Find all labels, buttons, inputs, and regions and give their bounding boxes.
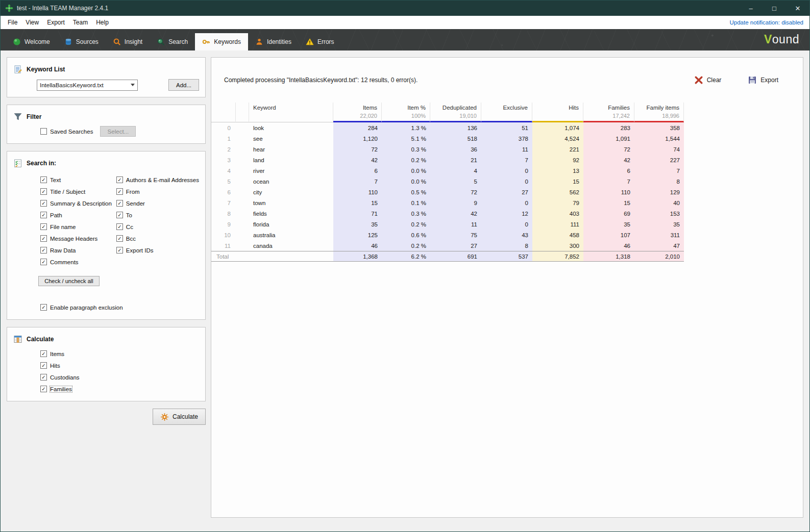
checkbox-bcc[interactable]: ✓Bcc — [116, 233, 199, 244]
table-row-land[interactable]: 3land420.2 %2179242227 — [211, 155, 684, 165]
checkbox-cc[interactable]: ✓Cc — [116, 221, 199, 233]
table-row-ocean[interactable]: 5ocean70.0 %501578 — [211, 176, 684, 187]
tab-errors[interactable]: Errors — [299, 33, 341, 50]
tab-sources[interactable]: Sources — [57, 33, 106, 50]
cell-exclusive: 378 — [481, 133, 532, 144]
checkbox-box[interactable]: ✓ — [40, 386, 47, 392]
checkbox-file-name[interactable]: ✓File name — [40, 221, 116, 233]
check-uncheck-all-button[interactable]: Check / uncheck all — [38, 276, 100, 286]
minimize-button[interactable]: – — [739, 1, 763, 16]
column-header-keyword[interactable]: Keyword — [249, 103, 333, 122]
checkbox-text[interactable]: ✓Text — [40, 174, 116, 186]
checkbox-saved-searches[interactable]: Saved Searches — [40, 125, 93, 137]
update-notification-link[interactable]: Update notification: disabled — [730, 19, 810, 26]
maximize-button[interactable]: □ — [763, 1, 786, 16]
tab-keywords[interactable]: Keywords — [195, 33, 248, 50]
checkbox-box[interactable]: ✓ — [116, 223, 123, 230]
checkbox-message-headers[interactable]: ✓Message Headers — [40, 233, 116, 244]
checkbox-box[interactable]: ✓ — [116, 200, 123, 207]
checkbox-box[interactable]: ✓ — [116, 188, 123, 195]
menu-file[interactable]: File — [4, 17, 21, 28]
checkbox-box[interactable]: ✓ — [40, 223, 47, 230]
column-header-items[interactable]: Items22,020 — [333, 103, 382, 122]
column-header-exclusive[interactable]: Exclusive — [481, 103, 532, 122]
checkbox-box[interactable]: ✓ — [116, 247, 123, 254]
menu-help[interactable]: Help — [92, 17, 113, 28]
checkbox-box[interactable]: ✓ — [40, 212, 47, 218]
cell-exclusive: 7 — [481, 155, 532, 165]
tab-insight[interactable]: Insight — [106, 33, 150, 50]
checkbox-hits[interactable]: ✓Hits — [40, 360, 199, 371]
select-button[interactable]: Select... — [100, 126, 136, 137]
column-header-deduplicated[interactable]: Deduplicated19,010 — [430, 103, 481, 122]
cell-families: 283 — [583, 122, 634, 133]
close-button[interactable]: ✕ — [786, 1, 809, 16]
row-index: 10 — [211, 230, 236, 240]
add-button[interactable]: Add... — [168, 79, 199, 91]
checkbox-custodians[interactable]: ✓Custodians — [40, 371, 199, 383]
row-index: 11 — [211, 240, 236, 251]
checkbox-sender[interactable]: ✓Sender — [116, 197, 199, 209]
checkbox-box[interactable]: ✓ — [40, 200, 47, 207]
checkbox-summary-description[interactable]: ✓Summary & Description — [40, 197, 116, 209]
menu-items: FileViewExportTeamHelp — [4, 17, 113, 28]
table-row-australia[interactable]: 10australia1250.6 %7543458107311 — [211, 230, 684, 240]
checkbox-box[interactable]: ✓ — [40, 362, 47, 369]
column-header-hits[interactable]: Hits — [532, 103, 583, 122]
table-row-city[interactable]: 6city1100.5 %7227562110129 — [211, 187, 684, 197]
checkbox-box[interactable]: ✓ — [40, 304, 47, 311]
sources-icon — [64, 38, 72, 46]
table-row-river[interactable]: 4river60.0 %401367 — [211, 165, 684, 176]
tab-search[interactable]: Search — [150, 33, 195, 50]
search-in-header: Search in: — [13, 158, 199, 169]
checkbox-path[interactable]: ✓Path — [40, 209, 116, 221]
tab-identities[interactable]: Identities — [248, 33, 299, 50]
table-row-fields[interactable]: 8fields710.3 %421240369153 — [211, 208, 684, 219]
table-row-hear[interactable]: 2hear720.3 %36112217274 — [211, 144, 684, 155]
checkbox-enable-paragraph-exclusion[interactable]: ✓Enable paragraph exclusion — [40, 301, 199, 313]
checkbox-box[interactable]: ✓ — [40, 259, 47, 265]
checkbox-items[interactable]: ✓Items — [40, 348, 199, 360]
menu-team[interactable]: Team — [69, 17, 92, 28]
checkbox-box[interactable]: ✓ — [116, 176, 123, 183]
cell-keyword: look — [249, 122, 333, 133]
checkbox-families[interactable]: ✓Families — [40, 383, 199, 395]
cell-items: 1,120 — [333, 133, 382, 144]
checkbox-box[interactable]: ✓ — [40, 374, 47, 381]
column-header-families[interactable]: Families17,242 — [583, 103, 634, 122]
table-row-town[interactable]: 7town150.1 %90791540 — [211, 197, 684, 208]
menu-view[interactable]: View — [21, 17, 43, 28]
checkbox-box[interactable]: ✓ — [40, 188, 47, 195]
checkbox-box[interactable]: ✓ — [40, 235, 47, 242]
checkbox-title-subject[interactable]: ✓Title / Subject — [40, 186, 116, 197]
checkbox-box[interactable] — [40, 128, 47, 135]
calculate-button[interactable]: Calculate — [153, 409, 206, 425]
table-row-canada[interactable]: 11canada460.2 %2783004647 — [211, 240, 684, 251]
keyword-file-select[interactable]: IntellaBasicsKeyword.txt — [37, 80, 138, 91]
table-row-look[interactable]: 0look2841.3 %136511,074283358 — [211, 122, 684, 133]
tab-welcome[interactable]: Welcome — [6, 33, 57, 50]
checkbox-box[interactable]: ✓ — [116, 235, 123, 242]
cell-item: 0.5 % — [382, 187, 430, 197]
table-row-florida[interactable]: 9florida350.2 %1101113535 — [211, 219, 684, 230]
checkbox-label: To — [126, 212, 132, 218]
table-row-see[interactable]: 1see1,1205.1 %5183784,5241,0911,544 — [211, 133, 684, 144]
column-header-item[interactable]: Item %100% — [382, 103, 430, 122]
checkbox-box[interactable]: ✓ — [116, 212, 123, 218]
checkbox-export-ids[interactable]: ✓Export IDs — [116, 244, 199, 256]
checkbox-box[interactable]: ✓ — [40, 176, 47, 183]
export-button[interactable]: Export — [748, 75, 778, 85]
checkbox-label: Raw Data — [50, 247, 76, 254]
checkbox-to[interactable]: ✓To — [116, 209, 199, 221]
checkbox-authors-e-mail-addresses[interactable]: ✓Authors & E-mail Addresses — [116, 174, 199, 186]
checkbox-from[interactable]: ✓From — [116, 186, 199, 197]
checkbox-box[interactable]: ✓ — [40, 350, 47, 357]
cell-item: 1.3 % — [382, 122, 430, 133]
clear-button[interactable]: Clear — [694, 75, 722, 85]
combo-dropdown-arrow-icon[interactable] — [128, 80, 137, 90]
checkbox-comments[interactable]: ✓Comments — [40, 256, 116, 268]
checkbox-raw-data[interactable]: ✓Raw Data — [40, 244, 116, 256]
column-header-family-items[interactable]: Family items18,996 — [634, 103, 684, 122]
checkbox-box[interactable]: ✓ — [40, 247, 47, 254]
menu-export[interactable]: Export — [43, 17, 69, 28]
